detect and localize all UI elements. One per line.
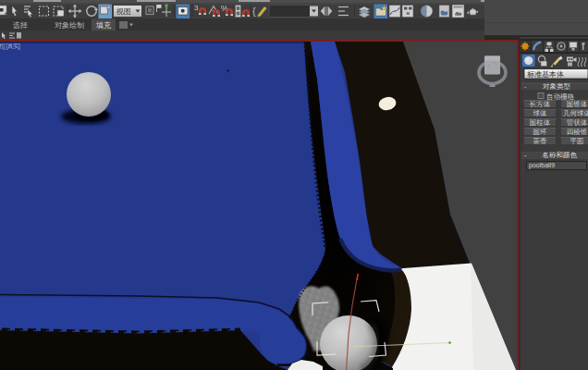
svg-text:视图: 视图: [116, 7, 131, 16]
svg-text:图] [真实]: 图] [真实]: [0, 43, 20, 50]
svg-text:{: {: [252, 6, 256, 17]
svg-text:对象绘制: 对象绘制: [55, 21, 84, 30]
svg-text:3: 3: [194, 4, 199, 12]
svg-text:填充: 填充: [95, 21, 111, 30]
svg-text:选择: 选择: [13, 21, 28, 30]
